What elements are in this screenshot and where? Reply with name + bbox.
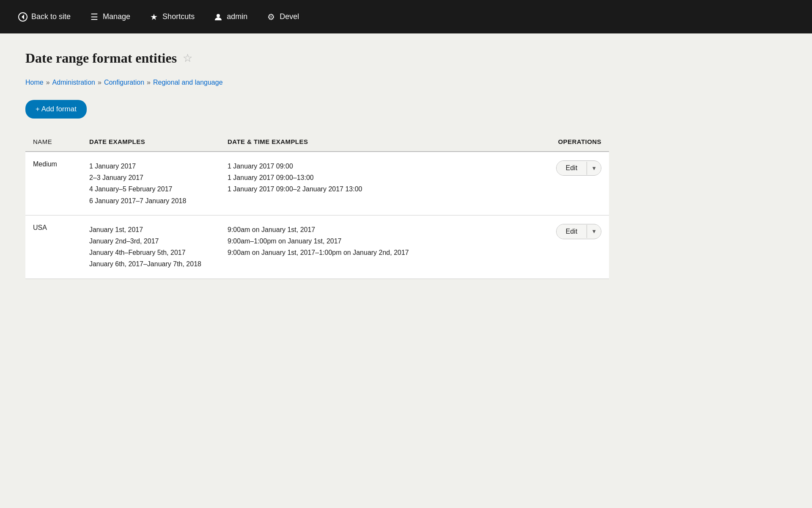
row-0-operations: Edit▼ bbox=[523, 152, 609, 215]
table-row: USAJanuary 1st, 2017January 2nd–3rd, 201… bbox=[25, 215, 609, 279]
main-content: Date range format entities ☆ Home » Admi… bbox=[0, 33, 812, 508]
date-example-item: 6 January 2017–7 January 2018 bbox=[89, 195, 212, 207]
date-example-item: January 2nd–3rd, 2017 bbox=[89, 235, 212, 247]
back-label: Back to site bbox=[31, 12, 71, 21]
breadcrumb-sep-2: » bbox=[98, 79, 102, 86]
row-1-operations: Edit▼ bbox=[523, 215, 609, 279]
date-example-item: 2–3 January 2017 bbox=[89, 172, 212, 183]
edit-button-group-0: Edit▼ bbox=[556, 160, 601, 176]
datetime-example-item: 1 January 2017 09:00–13:00 bbox=[228, 172, 515, 183]
manage-icon: ☰ bbox=[89, 12, 99, 22]
col-header-date: DATE EXAMPLES bbox=[82, 132, 220, 152]
row-0-name: Medium bbox=[25, 152, 82, 215]
datetime-example-item: 9:00am–1:00pm on January 1st, 2017 bbox=[228, 235, 515, 247]
manage-label: Manage bbox=[103, 12, 130, 21]
date-example-item: 4 January–5 February 2017 bbox=[89, 183, 212, 195]
edit-button-group-1: Edit▼ bbox=[556, 224, 601, 239]
devel-label: Devel bbox=[280, 12, 299, 21]
edit-dropdown-arrow-0[interactable]: ▼ bbox=[587, 162, 601, 175]
row-0-datetime-examples: 1 January 2017 09:001 January 2017 09:00… bbox=[220, 152, 523, 215]
breadcrumb-sep-1: » bbox=[46, 79, 50, 86]
datetime-example-item: 9:00am on January 1st, 2017–1:00pm on Ja… bbox=[228, 247, 515, 258]
date-example-item: January 1st, 2017 bbox=[89, 224, 212, 235]
shortcuts-button[interactable]: ★ Shortcuts bbox=[140, 0, 204, 33]
gear-icon: ⚙ bbox=[266, 12, 276, 22]
devel-button[interactable]: ⚙ Devel bbox=[257, 0, 308, 33]
breadcrumb-administration[interactable]: Administration bbox=[52, 79, 95, 86]
breadcrumb-regional-language[interactable]: Regional and language bbox=[153, 79, 223, 86]
row-1-name: USA bbox=[25, 215, 82, 279]
date-example-item: January 4th–February 5th, 2017 bbox=[89, 247, 212, 258]
table-header-row: NAME DATE EXAMPLES DATE & TIME EXAMPLES … bbox=[25, 132, 609, 152]
admin-toolbar: Back to site ☰ Manage ★ Shortcuts admin … bbox=[0, 0, 812, 33]
bookmark-star-icon[interactable]: ☆ bbox=[183, 52, 192, 65]
row-1-datetime-examples: 9:00am on January 1st, 20179:00am–1:00pm… bbox=[220, 215, 523, 279]
row-1-date-examples: January 1st, 2017January 2nd–3rd, 2017Ja… bbox=[82, 215, 220, 279]
breadcrumb-configuration[interactable]: Configuration bbox=[104, 79, 144, 86]
back-icon bbox=[18, 12, 28, 22]
edit-button-1[interactable]: Edit bbox=[557, 224, 587, 239]
edit-dropdown-arrow-1[interactable]: ▼ bbox=[587, 225, 601, 238]
col-header-name: NAME bbox=[25, 132, 82, 152]
back-to-site-button[interactable]: Back to site bbox=[8, 0, 80, 33]
page-title-row: Date range format entities ☆ bbox=[25, 50, 787, 66]
datetime-example-item: 1 January 2017 09:00–2 January 2017 13:0… bbox=[228, 183, 515, 195]
table-row: Medium1 January 20172–3 January 20174 Ja… bbox=[25, 152, 609, 215]
admin-button[interactable]: admin bbox=[204, 0, 257, 33]
add-format-button[interactable]: + Add format bbox=[25, 100, 87, 119]
col-header-datetime: DATE & TIME EXAMPLES bbox=[220, 132, 523, 152]
admin-label: admin bbox=[227, 12, 247, 21]
svg-point-2 bbox=[217, 14, 220, 17]
svg-marker-1 bbox=[22, 14, 24, 19]
date-example-item: 1 January 2017 bbox=[89, 160, 212, 172]
shortcuts-label: Shortcuts bbox=[162, 12, 195, 21]
datetime-example-item: 9:00am on January 1st, 2017 bbox=[228, 224, 515, 235]
data-table: NAME DATE EXAMPLES DATE & TIME EXAMPLES … bbox=[25, 132, 609, 279]
user-icon bbox=[213, 12, 223, 22]
page-title: Date range format entities bbox=[25, 50, 177, 66]
datetime-example-item: 1 January 2017 09:00 bbox=[228, 160, 515, 172]
breadcrumb-sep-3: » bbox=[147, 79, 151, 86]
edit-button-0[interactable]: Edit bbox=[557, 161, 587, 175]
col-header-operations: OPERATIONS bbox=[523, 132, 609, 152]
manage-button[interactable]: ☰ Manage bbox=[80, 0, 140, 33]
breadcrumb-home[interactable]: Home bbox=[25, 79, 44, 86]
row-0-date-examples: 1 January 20172–3 January 20174 January–… bbox=[82, 152, 220, 215]
breadcrumb: Home » Administration » Configuration » … bbox=[25, 79, 787, 86]
date-example-item: January 6th, 2017–January 7th, 2018 bbox=[89, 258, 212, 270]
star-toolbar-icon: ★ bbox=[149, 12, 159, 22]
